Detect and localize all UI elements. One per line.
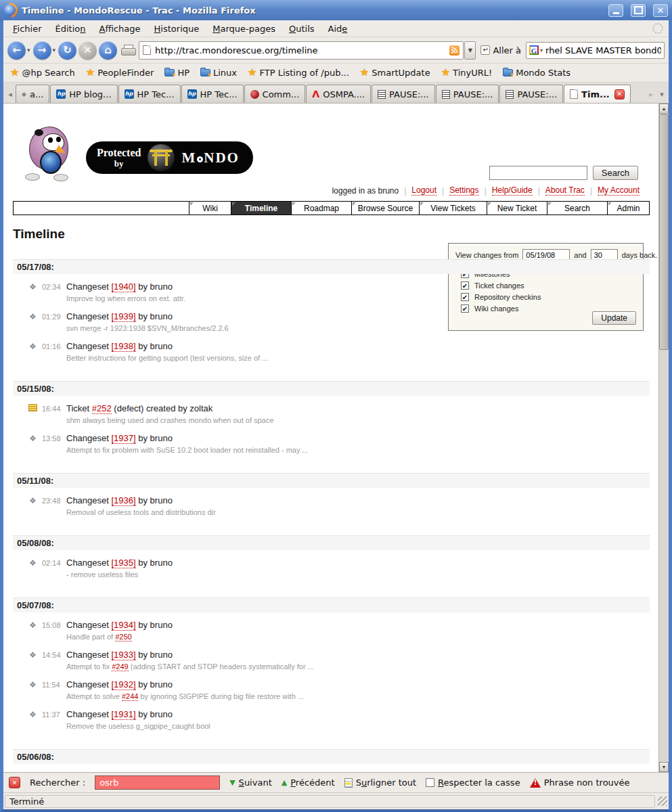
reload-button[interactable]: ↻: [58, 41, 76, 60]
trac-search-input[interactable]: [489, 166, 587, 180]
resize-grip[interactable]: [658, 796, 667, 806]
nav-tab-timeline[interactable]: Timeline: [231, 202, 291, 215]
go-button[interactable]: ↵ Aller à: [478, 44, 524, 57]
bookmark-hp-search[interactable]: ★@hp Search: [10, 68, 75, 78]
nav-tab-roadmap[interactable]: Roadmap: [291, 202, 351, 215]
back-button[interactable]: ←: [7, 41, 26, 60]
bookmark-ftp-listing[interactable]: ★FTP Listing of /pub...: [248, 68, 349, 78]
title-pre: Ticket: [66, 403, 92, 413]
vertical-scrollbar[interactable]: ▴ ▾: [658, 104, 669, 772]
tab-scroll-right[interactable]: ▸: [646, 85, 656, 103]
web-search-box[interactable]: G ▾: [526, 42, 665, 59]
menu-affichage[interactable]: Affichage: [93, 22, 148, 36]
menu-marque-pages[interactable]: Marque-pages: [206, 22, 282, 36]
tab-1[interactable]: ◆a...: [16, 85, 49, 103]
menu-edition[interactable]: Édition: [49, 22, 93, 36]
match-case-checkbox[interactable]: Respecter la casse: [426, 777, 520, 788]
url-text[interactable]: http://trac.mondorescue.org/timeline: [155, 45, 445, 55]
findbar-close-icon[interactable]: ✕: [9, 777, 20, 788]
menu-historique[interactable]: Historique: [148, 22, 206, 36]
home-button[interactable]: ⌂: [99, 41, 117, 60]
bookmark-linux[interactable]: Linux: [200, 68, 237, 78]
date-header: 05/06/08:: [13, 749, 650, 764]
event-link[interactable]: [1932]: [112, 679, 136, 690]
event-link[interactable]: [1938]: [112, 341, 136, 352]
bookmark-peoplefinder[interactable]: ★PeopleFinder: [86, 68, 154, 78]
print-button[interactable]: [121, 45, 135, 55]
nav-tab-wiki[interactable]: Wiki: [189, 202, 231, 215]
tab-8[interactable]: PAUSE:...: [436, 85, 499, 103]
menu-aide[interactable]: Aide: [321, 22, 355, 36]
nav-tab-browse-source[interactable]: Browse Source: [351, 202, 419, 215]
tab-list-dropdown[interactable]: ▾: [656, 85, 667, 103]
bookmark-mondo-stats[interactable]: Mondo Stats: [503, 68, 570, 78]
menu-outils[interactable]: Outils: [282, 22, 321, 36]
google-icon[interactable]: G: [529, 45, 539, 55]
url-bar[interactable]: http://trac.mondorescue.org/timeline: [139, 41, 464, 60]
metanav-link-settings[interactable]: Settings: [449, 185, 478, 196]
scroll-up-icon[interactable]: ▴: [659, 104, 669, 114]
nav-tab-view-tickets[interactable]: View Tickets: [419, 202, 487, 215]
event-link[interactable]: [1940]: [112, 281, 136, 292]
not-found-label: Phrase non trouvée: [544, 777, 630, 788]
tab-scroll-left[interactable]: ◂: [5, 85, 16, 103]
maximize-button[interactable]: [631, 4, 646, 17]
label-accel: e: [342, 24, 347, 34]
tab-5[interactable]: Comm...: [244, 85, 306, 103]
tab-10[interactable]: Tim...✕: [564, 85, 631, 103]
checkbox-icon[interactable]: [426, 778, 434, 787]
event-link[interactable]: #252: [92, 403, 112, 414]
metanav-link-about-trac[interactable]: About Trac: [545, 185, 585, 196]
metanav-link-my-account[interactable]: My Account: [598, 185, 640, 196]
find-next-button[interactable]: ▼ Suivant: [229, 777, 272, 788]
bookmark-hp[interactable]: HP: [164, 68, 189, 78]
metanav-separator: |: [404, 186, 406, 196]
highlight-all-button[interactable]: Surligner tout: [344, 777, 416, 788]
event-link[interactable]: [1933]: [112, 650, 136, 660]
url-history-dropdown[interactable]: ▼: [464, 41, 476, 60]
tab-7[interactable]: PAUSE:...: [372, 85, 435, 103]
tab-9[interactable]: PAUSE:...: [499, 85, 563, 103]
site-favicon: [250, 90, 259, 99]
search-engine-dropdown-icon[interactable]: ▾: [540, 47, 543, 53]
mondorescue-penguin-logo: [24, 127, 76, 181]
stop-button[interactable]: ✕: [79, 41, 97, 60]
event-link[interactable]: [1937]: [112, 433, 136, 444]
web-search-input[interactable]: [545, 45, 661, 55]
forward-button[interactable]: →: [33, 41, 51, 60]
back-dropdown-icon[interactable]: ▾: [27, 47, 30, 53]
trac-search-button[interactable]: Search: [593, 166, 638, 180]
menu-fichier[interactable]: Fichier: [6, 22, 49, 36]
event-link[interactable]: [1939]: [112, 311, 136, 322]
site-logo[interactable]: Protected by MNDO: [24, 127, 430, 182]
ticket-ref-link[interactable]: #244: [122, 692, 138, 701]
tab-4[interactable]: hpHP Tec...: [181, 85, 244, 103]
throbber-icon: [652, 23, 663, 34]
event-link[interactable]: [1936]: [112, 495, 136, 506]
metanav-link-logout[interactable]: Logout: [411, 185, 436, 196]
find-prev-button[interactable]: ▲ Précédent: [282, 777, 335, 788]
forward-dropdown-icon[interactable]: ▾: [53, 47, 56, 53]
bookmark-smartupdate[interactable]: ★SmartUpdate: [360, 68, 430, 78]
tab-3[interactable]: hpHP Tec...: [118, 85, 181, 103]
nav-tab-admin[interactable]: Admin: [607, 202, 649, 215]
tab-2[interactable]: hpHP blog...: [50, 85, 117, 103]
metanav-link-help-guide[interactable]: Help/Guide: [492, 185, 533, 196]
scroll-down-icon[interactable]: ▾: [659, 762, 669, 772]
ticket-ref-link[interactable]: #249: [112, 662, 128, 671]
nav-tab-search[interactable]: Search: [547, 202, 607, 215]
event-link[interactable]: [1934]: [112, 620, 136, 631]
ticket-ref-link[interactable]: #250: [115, 633, 131, 641]
content-wrap: Protected by MNDO Search logged in as br…: [3, 104, 669, 772]
bookmark-tinyurl[interactable]: ★TinyURL!: [441, 68, 493, 78]
event-link[interactable]: [1935]: [112, 558, 136, 568]
close-button[interactable]: ✕: [653, 4, 668, 17]
scrollbar-thumb[interactable]: [659, 114, 669, 350]
event-link[interactable]: [1931]: [112, 709, 136, 720]
minimize-button[interactable]: [608, 4, 623, 17]
nav-tab-new-ticket[interactable]: New Ticket: [487, 202, 547, 215]
tab-close-icon[interactable]: ✕: [614, 89, 625, 99]
find-input[interactable]: [95, 775, 220, 790]
rss-feed-icon[interactable]: [449, 45, 460, 55]
tab-6[interactable]: ΛOSMPA....: [306, 85, 371, 103]
